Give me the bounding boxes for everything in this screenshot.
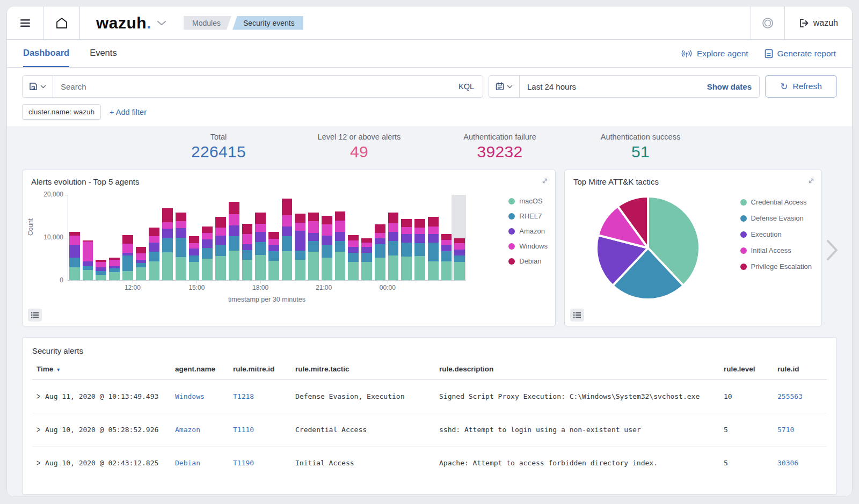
bar-segment-windows[interactable] <box>295 223 305 231</box>
bar-segment-rhel7[interactable] <box>96 271 106 275</box>
bar-segment-amazon[interactable] <box>215 236 226 245</box>
bar-segment-rhel7[interactable] <box>295 251 305 260</box>
mitre-id-link[interactable]: T1190 <box>233 459 254 467</box>
bar-segment-debian[interactable] <box>335 211 346 221</box>
brand-logo[interactable]: wazuh. <box>96 14 151 32</box>
bar-segment-rhel7[interactable] <box>229 236 239 251</box>
bar-segment-windows[interactable] <box>136 253 147 260</box>
bar-segment-amazon[interactable] <box>375 238 385 244</box>
bar-segment-amazon[interactable] <box>83 261 93 267</box>
logout-user-button[interactable]: wazuh <box>785 6 852 39</box>
stacked-bar[interactable] <box>96 260 106 280</box>
bar-segment-amazon[interactable] <box>255 232 266 242</box>
generate-report-button[interactable]: Generate report <box>765 49 836 59</box>
legend-item-defense-evasion[interactable]: Defense Evasion <box>740 214 812 222</box>
bar-segment-debian[interactable] <box>255 213 266 224</box>
bar-segment-debian[interactable] <box>322 216 332 224</box>
bar-segment-amazon[interactable] <box>176 228 186 238</box>
health-indicator-button[interactable] <box>751 6 785 39</box>
column-header-mitre_id[interactable]: rule.mitre.id <box>229 359 291 380</box>
bar-segment-macos[interactable] <box>176 257 186 280</box>
bar-segment-windows[interactable] <box>375 233 385 238</box>
bar-segment-debian[interactable] <box>428 217 439 227</box>
bar-segment-windows[interactable] <box>122 244 133 253</box>
bar-segment-debian[interactable] <box>361 238 372 243</box>
expand-row-icon[interactable]: > <box>37 425 40 435</box>
bar-segment-macos[interactable] <box>295 260 305 280</box>
stacked-bar[interactable] <box>335 211 346 280</box>
bar-segment-rhel7[interactable] <box>202 248 213 259</box>
legend-item-windows[interactable]: Windows <box>508 242 548 250</box>
bar-segment-amazon[interactable] <box>361 247 372 252</box>
bar-segment-macos[interactable] <box>242 260 253 280</box>
bar-segment-debian[interactable] <box>295 214 305 223</box>
bar-segment-amazon[interactable] <box>441 245 452 251</box>
stacked-bar[interactable] <box>122 235 133 280</box>
bar-segment-amazon[interactable] <box>282 227 293 236</box>
bar-segment-macos[interactable] <box>202 259 213 280</box>
legend-item-macos[interactable]: macOS <box>508 197 548 205</box>
bar-segment-debian[interactable] <box>189 236 200 244</box>
bar-segment-macos[interactable] <box>149 261 159 280</box>
expand-icon[interactable] <box>807 177 815 185</box>
stacked-bar[interactable] <box>428 217 439 280</box>
expand-row-icon[interactable]: > <box>37 392 40 401</box>
bar-segment-rhel7[interactable] <box>122 255 133 271</box>
legend-item-execution[interactable]: Execution <box>740 230 812 238</box>
mitre-id-link[interactable]: T1110 <box>233 426 254 434</box>
agent-link[interactable]: Windows <box>175 392 205 400</box>
bar-segment-amazon[interactable] <box>428 234 439 243</box>
bar-segment-rhel7[interactable] <box>348 253 359 262</box>
breadcrumb-modules[interactable]: Modules <box>184 16 231 30</box>
bar-segment-windows[interactable] <box>454 243 465 250</box>
calendar-button[interactable] <box>489 76 520 97</box>
tab-dashboard[interactable]: Dashboard <box>23 40 69 67</box>
bar-segment-macos[interactable] <box>189 262 200 280</box>
column-header-level[interactable]: rule.level <box>719 359 773 380</box>
bar-segment-amazon[interactable] <box>242 244 253 250</box>
bar-segment-rhel7[interactable] <box>441 251 452 261</box>
stacked-bar[interactable] <box>454 238 465 280</box>
table-row[interactable]: >Aug 10, 2020 @ 02:43:12.825DebianT1190I… <box>32 447 827 480</box>
bar-segment-macos[interactable] <box>361 262 372 280</box>
bar-segment-rhel7[interactable] <box>189 255 200 262</box>
bar-segment-rhel7[interactable] <box>242 250 253 260</box>
bar-segment-debian[interactable] <box>136 247 147 253</box>
rule-id-link[interactable]: 255563 <box>777 392 803 400</box>
bar-segment-rhel7[interactable] <box>308 241 319 252</box>
bar-segment-macos[interactable] <box>255 255 266 280</box>
expand-row-icon[interactable]: > <box>37 458 40 468</box>
bar-segment-windows[interactable] <box>242 234 253 244</box>
bar-segment-debian[interactable] <box>388 213 399 223</box>
bar-segment-windows[interactable] <box>149 236 159 243</box>
bar-segment-amazon[interactable] <box>268 245 279 251</box>
bar-segment-debian[interactable] <box>454 238 465 243</box>
stacked-bar[interactable] <box>189 236 200 280</box>
bar-segment-windows[interactable] <box>322 224 332 236</box>
bar-segment-debian[interactable] <box>441 234 452 240</box>
bar-segment-windows[interactable] <box>189 243 200 249</box>
tab-events[interactable]: Events <box>90 40 117 67</box>
bar-segment-windows[interactable] <box>308 221 319 233</box>
scroll-right-chevron[interactable] <box>825 238 839 262</box>
bar-segment-macos[interactable] <box>268 261 279 280</box>
stacked-bar[interactable] <box>149 228 159 280</box>
bar-segment-macos[interactable] <box>375 258 385 280</box>
stacked-bar[interactable] <box>242 224 253 280</box>
bar-segment-rhel7[interactable] <box>268 251 279 261</box>
bar-segment-debian[interactable] <box>122 235 133 244</box>
stacked-bar[interactable] <box>441 234 452 280</box>
column-header-time[interactable]: Time▼ <box>32 359 171 380</box>
bar-segment-windows[interactable] <box>428 227 439 234</box>
column-header-tactic[interactable]: rule.mitre.tactic <box>291 359 435 380</box>
bar-segment-macos[interactable] <box>454 262 465 280</box>
bar-segment-windows[interactable] <box>215 228 226 236</box>
bar-segment-amazon[interactable] <box>162 229 173 238</box>
bar-segment-debian[interactable] <box>375 224 385 233</box>
bar-segment-windows[interactable] <box>83 242 93 261</box>
bar-segment-windows[interactable] <box>401 227 412 234</box>
bar-segment-rhel7[interactable] <box>414 243 425 256</box>
search-input[interactable] <box>53 82 450 91</box>
bar-segment-macos[interactable] <box>69 267 80 280</box>
bar-segment-windows[interactable] <box>282 215 293 227</box>
